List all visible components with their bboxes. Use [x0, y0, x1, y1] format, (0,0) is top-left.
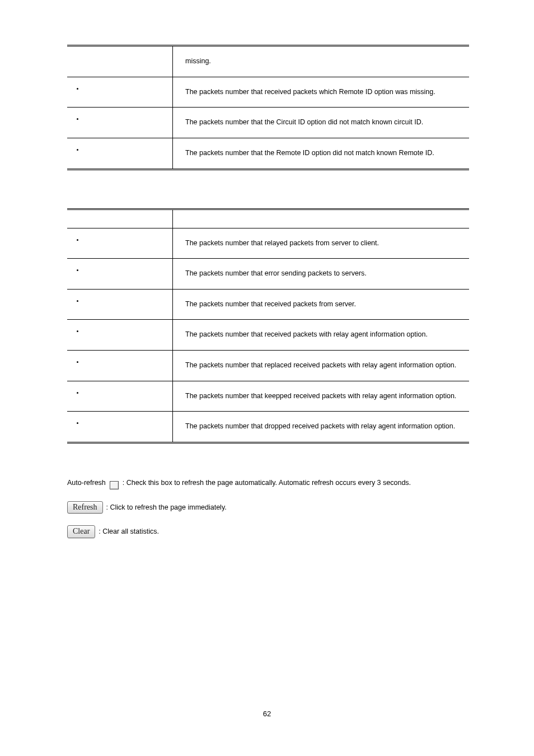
table1-col1 — [67, 138, 173, 169]
table2-cell-desc: The packets number that replaced receive… — [173, 351, 470, 381]
clear-button[interactable]: Clear — [67, 525, 95, 538]
bullet-icon — [84, 297, 172, 304]
table2-cell-desc: The packets number that received packets… — [173, 320, 470, 351]
table2-col1 — [67, 289, 173, 320]
table2-col1 — [67, 320, 173, 351]
table1-col1: x — [67, 77, 173, 108]
bullet-icon — [84, 85, 172, 91]
clear-desc: : Clear all statistics. — [99, 525, 159, 539]
stats-table-bottom: The packets number that relayed packets … — [67, 208, 469, 444]
table1-col1 — [67, 108, 173, 138]
table2-cell-desc: The packets number that error sending pa… — [173, 259, 470, 290]
refresh-line: Refresh : Click to refresh the page imme… — [67, 501, 469, 515]
auto-refresh-label: Auto-refresh — [67, 476, 106, 491]
table1-cell-desc: The packets number that the Remote ID op… — [173, 138, 470, 169]
table2-col1 — [67, 412, 173, 443]
table2-header-right — [173, 209, 470, 228]
bullet-icon — [84, 267, 172, 273]
auto-refresh-line: Auto-refresh : Check this box to refresh… — [67, 476, 469, 491]
table1-cell-desc: missing. — [173, 46, 470, 77]
page-number: 62 — [0, 710, 534, 718]
table2-cell-desc: The packets number that dropped received… — [173, 412, 470, 443]
table2-cell-desc: The packets number that received packets… — [173, 289, 470, 320]
table2-cell-desc: The packets number that keepped received… — [173, 381, 470, 412]
table2-cell-desc: The packets number that relayed packets … — [173, 228, 470, 259]
table2-col1 — [67, 259, 173, 290]
refresh-button[interactable]: Refresh — [67, 501, 103, 514]
bullet-icon — [84, 236, 172, 242]
table1-cell-desc: The packets number that received packets… — [173, 77, 470, 108]
bullet-icon — [84, 146, 172, 152]
table1-col1 — [67, 46, 173, 77]
auto-refresh-desc: : Check this box to refresh the page aut… — [123, 476, 411, 491]
bullet-icon — [84, 389, 172, 395]
bullet-icon — [84, 115, 172, 122]
clear-line: Clear : Clear all statistics. — [67, 525, 469, 539]
bullet-icon — [84, 358, 172, 365]
refresh-desc: : Click to refresh the page immediately. — [106, 501, 227, 515]
table1-cell-desc: The packets number that the Circuit ID o… — [173, 108, 470, 138]
table2-col1 — [67, 228, 173, 259]
checkbox-icon[interactable] — [110, 481, 119, 489]
bullet-icon — [84, 328, 172, 334]
stats-table-top: missing. x The packets number that recei… — [67, 45, 469, 170]
table2-col1 — [67, 381, 173, 412]
bullet-icon — [84, 419, 172, 426]
table2-col1 — [67, 351, 173, 381]
table2-header-left — [67, 209, 173, 228]
